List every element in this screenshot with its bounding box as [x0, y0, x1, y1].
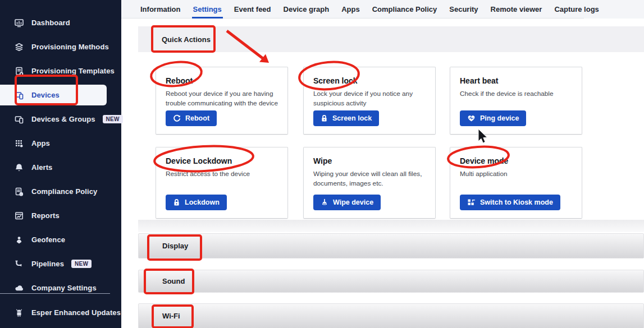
sidebar-item-geofence[interactable]: Geofence — [0, 228, 121, 252]
card-title: Screen lock — [313, 76, 426, 85]
sidebar-item-reports[interactable]: Reports — [0, 204, 121, 228]
geofence-icon — [13, 234, 24, 245]
apps-icon — [13, 138, 24, 149]
sidebar: Dashboard Provisioning Methods Provision… — [0, 0, 121, 328]
section-wifi[interactable]: Wi-Fi — [138, 303, 644, 328]
card-title: Device Lockdown — [166, 156, 278, 165]
sidebar-item-dashboard[interactable]: Dashboard — [0, 11, 121, 35]
sidebar-divider — [0, 293, 110, 294]
card-title: Wipe — [313, 156, 426, 165]
sidebar-item-devices[interactable]: Devices — [0, 83, 121, 107]
sidebar-footer: Esper Enhanced Updates — [0, 293, 121, 328]
sidebar-item-label: Pipelines — [31, 260, 64, 268]
refresh-icon — [173, 114, 181, 122]
tab-remote-viewer[interactable]: Remote viewer — [488, 0, 545, 19]
sidebar-nav: Dashboard Provisioning Methods Provision… — [0, 0, 121, 300]
screen-lock-button[interactable]: Screen lock — [313, 110, 379, 126]
tab-capture-logs[interactable]: Capture logs — [552, 0, 601, 19]
devices-groups-icon — [13, 114, 24, 124]
dashboard-icon — [13, 17, 24, 28]
card-device-mode: Device mode Multi application Switch to … — [450, 147, 582, 219]
alerts-icon — [13, 162, 24, 173]
ping-device-button[interactable]: Ping device — [460, 110, 526, 126]
sidebar-item-provisioning-methods[interactable]: Provisioning Methods — [0, 35, 121, 59]
tabbar-gap — [121, 19, 644, 26]
switch-kiosk-mode-button[interactable]: Switch to Kiosk mode — [460, 195, 560, 210]
tab-event-feed[interactable]: Event feed — [232, 0, 273, 19]
reports-icon — [13, 210, 24, 221]
card-description: Restrict access to the device — [166, 169, 278, 179]
button-label: Reboot — [185, 114, 209, 122]
button-label: Switch to Kiosk mode — [480, 198, 553, 206]
sidebar-item-label: Reports — [31, 211, 60, 220]
devices-icon — [13, 90, 24, 100]
card-description: Multi application — [460, 169, 572, 179]
sidebar-item-label: Company Settings — [31, 284, 97, 292]
button-label: Screen lock — [332, 114, 372, 122]
lockdown-button[interactable]: Lockdown — [166, 195, 227, 210]
card-description: Lock your device if you notice any suspi… — [313, 89, 426, 108]
tab-device-graph[interactable]: Device graph — [281, 0, 332, 19]
card-description: Wiping your device will clean all files,… — [313, 169, 426, 188]
sidebar-item-label: Provisioning Methods — [31, 43, 109, 51]
sidebar-item-label: Alerts — [31, 163, 52, 172]
compliance-policy-icon — [13, 186, 24, 197]
section-label: Sound — [162, 277, 185, 285]
card-title: Heart beat — [460, 76, 572, 85]
tab-bar: Information Settings Event feed Device g… — [121, 0, 644, 19]
tab-compliance-policy[interactable]: Compliance Policy — [370, 0, 440, 19]
card-description: Check if the device is reachable — [460, 89, 572, 99]
section-label: Wi-Fi — [162, 312, 180, 320]
card-title: Reboot — [166, 76, 278, 85]
tab-security[interactable]: Security — [447, 0, 480, 19]
quick-actions-title: Quick Actions — [162, 35, 211, 44]
tab-settings[interactable]: Settings — [191, 0, 224, 19]
card-wipe: Wipe Wiping your device will clean all f… — [303, 147, 436, 219]
sidebar-item-esper-enhanced-updates[interactable]: Esper Enhanced Updates — [0, 301, 121, 325]
heart-pulse-icon — [467, 114, 476, 122]
provisioning-templates-icon — [13, 66, 24, 76]
card-device-lockdown: Device Lockdown Restrict access to the d… — [156, 147, 288, 219]
sidebar-item-label: Devices — [31, 91, 60, 99]
new-badge: NEW — [71, 260, 92, 268]
broom-icon — [321, 198, 328, 206]
sidebar-item-provisioning-templates[interactable]: Provisioning Templates — [0, 59, 121, 83]
section-display[interactable]: Display — [138, 233, 644, 258]
pipelines-icon — [13, 258, 24, 269]
button-label: Ping device — [480, 114, 519, 122]
button-label: Lockdown — [185, 198, 220, 206]
card-screen-lock: Screen lock Lock your device if you noti… — [303, 67, 436, 135]
card-title: Device mode — [460, 156, 572, 165]
sidebar-item-alerts[interactable]: Alerts — [0, 155, 121, 179]
tab-information[interactable]: Information — [138, 0, 183, 19]
tab-apps[interactable]: Apps — [339, 0, 362, 19]
sidebar-item-label: Devices & Groups — [31, 115, 95, 123]
kiosk-grid-icon — [467, 198, 476, 206]
reboot-button[interactable]: Reboot — [166, 110, 217, 126]
section-sound[interactable]: Sound — [138, 270, 644, 293]
button-label: Wipe device — [333, 198, 373, 206]
sidebar-item-label: Esper Enhanced Updates — [31, 308, 121, 317]
section-label: Display — [162, 242, 188, 250]
new-badge: NEW — [103, 115, 123, 123]
card-heart-beat: Heart beat Check if the device is reacha… — [450, 67, 582, 135]
panel-bottom-fade — [138, 220, 644, 232]
card-description: Reboot your device if you are having tro… — [166, 89, 278, 108]
lock-icon — [173, 198, 180, 206]
quick-actions-header[interactable]: Quick Actions — [138, 26, 644, 52]
sidebar-item-label: Provisioning Templates — [31, 67, 115, 75]
sidebar-item-apps[interactable]: Apps — [0, 131, 121, 155]
sidebar-item-label: Dashboard — [31, 19, 70, 27]
company-settings-icon — [13, 283, 24, 293]
sidebar-item-devices-groups[interactable]: Devices & Groups NEW — [0, 107, 121, 131]
lock-icon — [321, 114, 328, 122]
wipe-device-button[interactable]: Wipe device — [313, 195, 381, 210]
main-content: Information Settings Event feed Device g… — [121, 0, 644, 328]
sidebar-item-compliance-policy[interactable]: Compliance Policy — [0, 179, 121, 204]
sidebar-item-label: Geofence — [31, 235, 65, 244]
provisioning-methods-icon — [13, 41, 24, 52]
sidebar-item-label: Compliance Policy — [31, 187, 97, 196]
sidebar-item-label: Apps — [31, 139, 50, 147]
sidebar-item-pipelines[interactable]: Pipelines NEW — [0, 252, 121, 276]
card-reboot: Reboot Reboot your device if you are hav… — [156, 67, 288, 135]
